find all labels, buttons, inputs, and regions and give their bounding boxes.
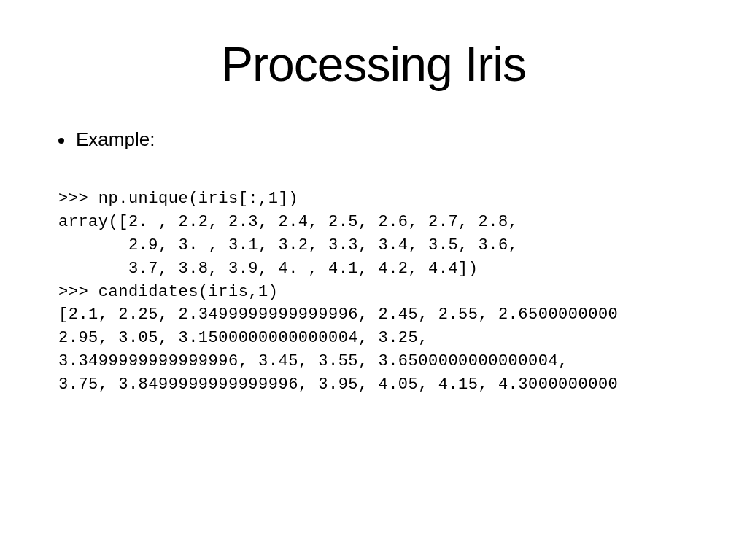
bullet-label: Example: [76, 128, 155, 151]
bullet-row: Example: [44, 128, 703, 151]
code-block: >>> np.unique(iris[:,1]) array([2. , 2.2… [44, 187, 703, 397]
slide-container: Processing Iris Example: >>> np.unique(i… [0, 0, 747, 560]
slide-title: Processing Iris [44, 36, 703, 92]
bullet-icon [58, 138, 64, 144]
